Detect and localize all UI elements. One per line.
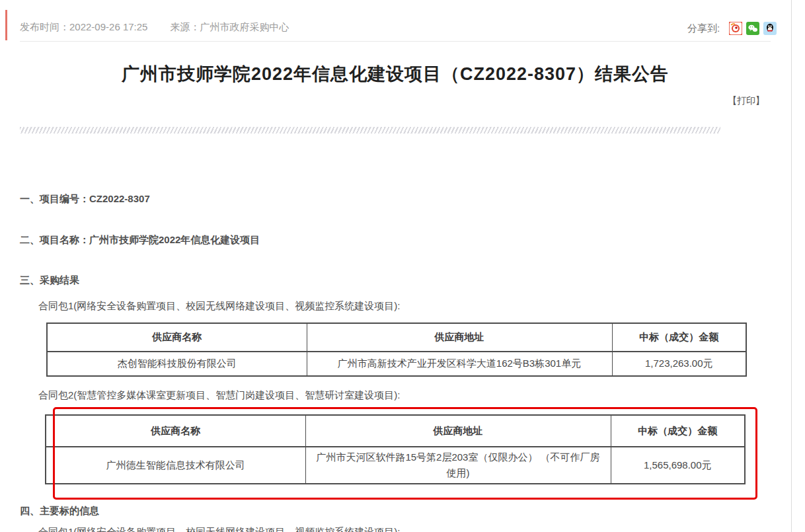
supplier-address-cell: 广州市天河区软件路15号第2层203室（仅限办公） （不可作厂房使用) xyxy=(305,447,611,484)
result-table-package-2: 供应商名称 供应商地址 中标（成交）金额 广州德生智能信息技术有限公司 广州市天… xyxy=(45,414,746,484)
header-award-amount: 中标（成交）金额 xyxy=(611,415,745,447)
page-title: 广州市技师学院2022年信息化建设项目（CZ2022-8307）结果公告 xyxy=(20,62,771,86)
share-bar: 分享到: xyxy=(687,22,777,35)
header-award-amount: 中标（成交）金额 xyxy=(612,323,746,352)
header-supplier-name: 供应商名称 xyxy=(47,323,307,352)
table-row: 杰创智能科技股份有限公司 广州市高新技术产业开发区科学大道162号B3栋301单… xyxy=(47,352,746,376)
announcement-page: 发布时间：2022-09-26 17:25来源：广州市政府采购中心 分享到: xyxy=(0,0,805,532)
source-value: 广州市政府采购中心 xyxy=(200,21,289,32)
publish-time-value: 2022-09-26 17:25 xyxy=(69,21,147,32)
header-supplier-address: 供应商地址 xyxy=(305,415,611,447)
page-right-divider xyxy=(791,0,792,532)
wechat-share-icon[interactable] xyxy=(746,22,759,35)
weibo-share-icon[interactable] xyxy=(729,22,742,35)
contract-package-1-label: 合同包1(网络安全设备购置项目、校园无线网络建设项目、视频监控系统建设项目): xyxy=(38,300,401,313)
header-divider xyxy=(20,41,771,42)
award-amount-cell: 1,565,698.00元 xyxy=(611,447,745,484)
award-amount-cell: 1,723,263.00元 xyxy=(612,352,746,376)
hatched-separator xyxy=(20,127,720,133)
supplier-address-cell: 广州市高新技术产业开发区科学大道162号B3栋301单元 xyxy=(307,352,612,376)
article-meta: 发布时间：2022-09-26 17:25来源：广州市政府采购中心 xyxy=(20,21,289,34)
share-label: 分享到: xyxy=(687,22,720,35)
supplier-name-cell: 广州德生智能信息技术有限公司 xyxy=(46,447,305,484)
left-edge-red-marker xyxy=(5,10,7,40)
supplier-name-cell: 杰创智能科技股份有限公司 xyxy=(47,352,307,376)
publish-time-label: 发布时间： xyxy=(20,21,69,32)
table-header-row: 供应商名称 供应商地址 中标（成交）金额 xyxy=(46,415,745,447)
result-table-package-1: 供应商名称 供应商地址 中标（成交）金额 杰创智能科技股份有限公司 广州市高新技… xyxy=(46,323,747,377)
section-procurement-result: 三、采购结果 xyxy=(20,274,79,287)
header-supplier-address: 供应商地址 xyxy=(307,323,612,352)
section-project-name: 二、项目名称：广州市技师学院2022年信息化建设项目 xyxy=(20,234,260,247)
table-row: 广州德生智能信息技术有限公司 广州市天河区软件路15号第2层203室（仅限办公）… xyxy=(46,447,745,484)
qq-share-icon[interactable] xyxy=(763,22,777,35)
contract-package-2-label: 合同包2(智慧管控多媒体课室更新项目、智慧门岗建设项目、智慧研讨室建设项目): xyxy=(38,389,401,402)
table-header-row: 供应商名称 供应商地址 中标（成交）金额 xyxy=(47,323,746,352)
source-label: 来源： xyxy=(170,21,200,32)
header-supplier-name: 供应商名称 xyxy=(46,415,305,447)
section-main-subject-info: 四、主要标的信息 xyxy=(20,505,99,517)
contract-package-1-label-bottom: 合同包1(网络安全设备购置项目、校园无线网络建设项目、视频监控系统建设项目): xyxy=(38,526,401,532)
print-button[interactable]: 【打印】 xyxy=(728,95,765,107)
section-project-number: 一、项目编号：CZ2022-8307 xyxy=(20,193,150,206)
